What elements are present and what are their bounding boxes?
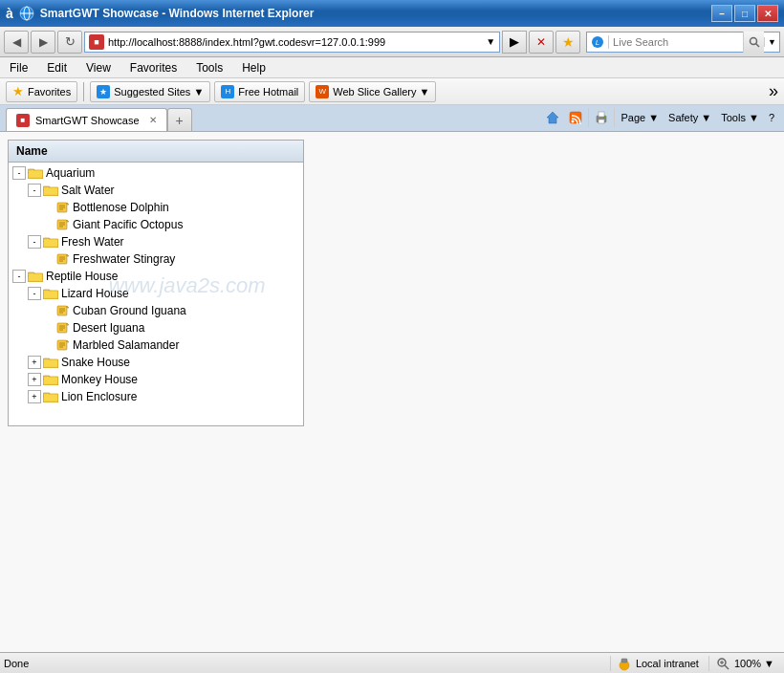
- back-button[interactable]: ◀: [4, 31, 29, 54]
- tree-label-4: Giant Pacific Octopus: [73, 218, 183, 231]
- ie-icon: [19, 6, 34, 21]
- tree-node-7[interactable]: - Reptile House: [9, 268, 303, 285]
- zone-section: Local intranet: [610, 656, 705, 671]
- search-area: L ▼: [586, 32, 780, 53]
- search-provider-icon: L: [591, 35, 604, 49]
- active-tab[interactable]: ■ SmartGWT Showcase ✕: [6, 108, 167, 131]
- web-slice-icon: W: [316, 85, 329, 98]
- favorites-button[interactable]: ★ Favorites: [6, 81, 77, 102]
- svg-line-71: [725, 665, 729, 669]
- tree-node-9[interactable]: Cuban Ground Iguana: [9, 302, 303, 319]
- tree-node-6[interactable]: Freshwater Stingray: [9, 250, 303, 268]
- go-button[interactable]: ▶: [502, 31, 527, 54]
- menu-edit[interactable]: Edit: [41, 59, 73, 76]
- search-dropdown[interactable]: ▼: [764, 37, 779, 47]
- tree-body[interactable]: - Aquarium- Salt Water Bottlenose Dolphi…: [9, 163, 303, 424]
- menu-help[interactable]: Help: [236, 59, 272, 76]
- status-text: Done: [4, 658, 303, 669]
- web-slice-button[interactable]: W Web Slice Gallery ▼: [309, 81, 436, 102]
- search-icon: [749, 36, 760, 48]
- tree-node-8[interactable]: - Lizard House: [9, 285, 303, 302]
- svg-point-5: [750, 37, 756, 44]
- svg-marker-7: [547, 112, 558, 123]
- refresh-button[interactable]: ↻: [57, 31, 82, 54]
- address-dropdown[interactable]: ▼: [486, 36, 495, 47]
- title-bar: à SmartGWT Showcase - Windows Internet E…: [0, 0, 784, 27]
- suggested-sites-icon: ★: [97, 85, 110, 98]
- divider: [83, 82, 84, 101]
- svg-marker-55: [67, 340, 69, 342]
- free-hotmail-button[interactable]: H Free Hotmail: [214, 81, 305, 102]
- toggle-14[interactable]: +: [28, 390, 41, 403]
- tree-node-13[interactable]: + Monkey House: [9, 371, 303, 388]
- minimize-button[interactable]: –: [711, 5, 732, 22]
- refresh-stop-button[interactable]: ✕: [529, 31, 554, 54]
- tools-label: Tools ▼: [721, 112, 759, 123]
- svg-rect-64: [44, 378, 57, 384]
- tree-label-8: Lizard House: [61, 287, 129, 300]
- tree-node-4[interactable]: Giant Pacific Octopus: [9, 216, 303, 233]
- folder-icon-12: [43, 357, 58, 368]
- svg-point-13: [603, 117, 605, 119]
- toggle-13[interactable]: +: [28, 373, 41, 386]
- tree-panel: www.java2s.com Name - Aquarium- Salt Wat…: [8, 140, 304, 426]
- address-icon: ■: [89, 34, 104, 50]
- restore-button[interactable]: □: [734, 5, 755, 22]
- rss-button[interactable]: [565, 106, 586, 129]
- tree-node-12[interactable]: + Snake House: [9, 354, 303, 371]
- menu-favorites[interactable]: Favorites: [124, 59, 183, 76]
- tree-label-7: Reptile House: [46, 270, 118, 283]
- tree-node-14[interactable]: + Lion Enclosure: [9, 388, 303, 405]
- address-input[interactable]: [108, 36, 482, 48]
- tree-label-10: Desert Iguana: [73, 321, 144, 335]
- toggle-8[interactable]: -: [28, 287, 41, 300]
- home-button[interactable]: [542, 106, 563, 129]
- menu-view[interactable]: View: [80, 59, 117, 76]
- menu-tools[interactable]: Tools: [190, 59, 229, 76]
- svg-rect-12: [599, 119, 604, 123]
- svg-point-9: [572, 120, 575, 123]
- tree-node-11[interactable]: Marbled Salamander: [9, 336, 303, 354]
- page-button[interactable]: Page ▼: [617, 106, 663, 129]
- menu-file[interactable]: File: [4, 59, 33, 76]
- toggle-2[interactable]: -: [28, 184, 41, 197]
- toggle-5[interactable]: -: [28, 235, 41, 249]
- tree-node-3[interactable]: Bottlenose Dolphin: [9, 199, 303, 216]
- tree-node-5[interactable]: - Fresh Water: [9, 233, 303, 250]
- tree-node-1[interactable]: - Aquarium: [9, 164, 303, 182]
- toggle-12[interactable]: +: [28, 356, 41, 369]
- svg-rect-40: [29, 274, 42, 281]
- suggested-sites-button[interactable]: ★ Suggested Sites ▼: [90, 81, 210, 102]
- close-button[interactable]: ✕: [757, 5, 778, 22]
- tree-label-13: Monkey House: [61, 373, 138, 386]
- page-label: Page ▼: [621, 112, 659, 123]
- safety-button[interactable]: Safety ▼: [664, 106, 715, 129]
- help-button[interactable]: ?: [765, 106, 778, 129]
- tab-close[interactable]: ✕: [149, 115, 157, 125]
- leaf-icon-10: [56, 322, 70, 334]
- new-tab-button[interactable]: +: [167, 108, 192, 131]
- search-input[interactable]: [609, 34, 743, 50]
- svg-marker-50: [67, 323, 69, 325]
- zoom-section[interactable]: 100% ▼: [708, 656, 780, 671]
- bookmarks-more[interactable]: »: [769, 81, 778, 101]
- tree-node-10[interactable]: Desert Iguana: [9, 319, 303, 336]
- print-button[interactable]: [591, 106, 612, 129]
- search-button[interactable]: [743, 32, 764, 53]
- toggle-1[interactable]: -: [12, 166, 26, 180]
- content-area: www.java2s.com Name - Aquarium- Salt Wat…: [0, 132, 784, 652]
- home-icon: [546, 111, 559, 124]
- zone-icon: [617, 656, 632, 671]
- tree-header: Name: [9, 141, 303, 163]
- forward-button[interactable]: ▶: [31, 31, 55, 54]
- title-bar-left: à SmartGWT Showcase - Windows Internet E…: [6, 6, 314, 21]
- tools-button[interactable]: Tools ▼: [717, 106, 763, 129]
- nav-bar: ◀ ▶ ↻ ■ ▼ ▶ ✕ ★ L: [0, 27, 784, 57]
- address-bar: ■ ▼: [84, 32, 500, 53]
- web-slice-label: Web Slice Gallery ▼: [333, 86, 429, 98]
- favorites-star[interactable]: ★: [555, 31, 580, 54]
- toggle-7[interactable]: -: [12, 270, 26, 283]
- tree-node-2[interactable]: - Salt Water: [9, 182, 303, 199]
- tab-bar: ■ SmartGWT Showcase ✕ +: [0, 105, 784, 132]
- tree-label-1: Aquarium: [46, 166, 95, 180]
